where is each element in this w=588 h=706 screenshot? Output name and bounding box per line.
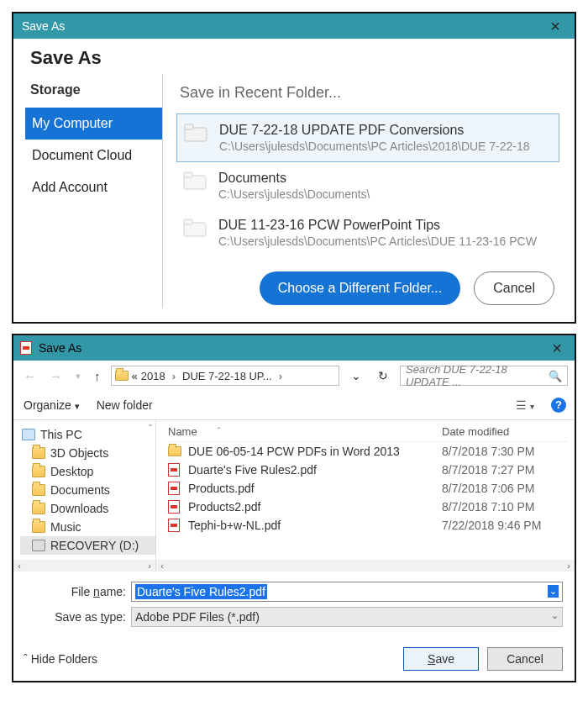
file-row[interactable]: Products2.pdf8/7/2018 7:10 PM (168, 498, 568, 516)
recent-folder-row[interactable]: DUE 11-23-16 PCW PowerPoint Tips C:\User… (176, 209, 559, 256)
window-title: Save As (39, 341, 81, 355)
tree-item-recovery-d[interactable]: RECOVERY (D:) (20, 536, 155, 555)
filename-label: File name: (25, 585, 126, 598)
drive-icon (32, 540, 45, 551)
pdf-icon (168, 463, 183, 477)
organize-menu[interactable]: Organize ▾ (24, 398, 80, 412)
choose-different-folder-button[interactable]: Choose a Different Folder... (260, 271, 460, 305)
cancel-button[interactable]: Cancel (474, 271, 554, 305)
search-placeholder: Search DUE 7-22-18 UPDATE ... (406, 363, 549, 388)
tree-item-this-pc[interactable]: This PC (20, 425, 155, 444)
chevron-down-icon[interactable]: ⌄ (551, 610, 559, 621)
recent-folder-path: C:\Users\julesds\Documents\PC Articles\2… (219, 140, 552, 153)
recent-heading: Save in Recent Folder... (176, 79, 559, 113)
chevron-right-icon[interactable]: › (169, 370, 179, 382)
folder-icon (32, 484, 45, 496)
dialog-heading: Save As (25, 39, 563, 74)
storage-sidebar: Storage My Computer Document Cloud Add A… (25, 74, 163, 308)
window-title: Save As (22, 19, 65, 33)
tree-item-music[interactable]: Music (20, 518, 155, 536)
save-as-type-label: Save as type: (25, 610, 126, 624)
recent-folder-path: C:\Users\julesds\Documents\PC Articles\D… (218, 234, 553, 248)
pdf-app-icon (20, 341, 34, 355)
file-list: Nameˆ Date modified DUE 06-05-14 PCW PDF… (156, 420, 575, 572)
file-date: 7/22/2018 9:46 PM (442, 519, 568, 532)
pdf-icon (168, 500, 183, 514)
file-row[interactable]: Products.pdf8/7/2018 7:06 PM (168, 479, 568, 498)
close-icon[interactable]: × (546, 340, 568, 356)
save-button[interactable]: Save (403, 647, 479, 671)
recent-folder-row[interactable]: Documents C:\Users\julesds\Documents\ (176, 162, 559, 209)
folder-icon (184, 123, 207, 143)
tree-item-downloads[interactable]: Downloads (20, 499, 155, 518)
chevron-right-icon[interactable]: › (276, 370, 286, 382)
pdf-icon (168, 482, 183, 495)
nav-recent-dropdown-icon[interactable]: ▾ (72, 369, 84, 383)
file-date: 8/7/2018 7:27 PM (442, 463, 568, 477)
file-name: Products.pdf (188, 482, 442, 495)
nav-back-icon[interactable]: ← (20, 367, 39, 385)
folder-icon (115, 371, 129, 381)
sidebar-heading: Storage (25, 76, 162, 108)
recent-folder-path: C:\Users\julesds\Documents\ (218, 187, 553, 201)
folder-icon (168, 446, 183, 456)
sidebar-item-my-computer[interactable]: My Computer (25, 108, 162, 140)
pdf-icon (168, 519, 183, 532)
search-input[interactable]: Search DUE 7-22-18 UPDATE ... 🔍 (400, 366, 568, 386)
sort-asc-icon: ˆ (218, 427, 220, 436)
filename-input[interactable]: Duarte's Five Rules2.pdf ⌄ (131, 582, 563, 602)
nav-tree: ˆ This PC 3D Objects Desktop Documents D… (13, 420, 156, 572)
file-date: 8/7/2018 7:06 PM (442, 482, 568, 495)
new-folder-button[interactable]: New folder (97, 398, 153, 412)
file-name: Duarte's Five Rules2.pdf (188, 463, 442, 477)
close-icon[interactable]: × (544, 18, 566, 34)
file-row[interactable]: Duarte's Five Rules2.pdf8/7/2018 7:27 PM (168, 461, 568, 479)
address-bar[interactable]: « 2018 › DUE 7-22-18 UP... › (111, 366, 340, 386)
folder-icon (183, 171, 207, 191)
tree-item-desktop[interactable]: Desktop (20, 462, 155, 481)
folder-icon (183, 218, 207, 238)
address-dropdown-icon[interactable]: ⌄ (346, 369, 366, 382)
recent-folder-name: Documents (218, 171, 553, 186)
tree-item-3d-objects[interactable]: 3D Objects (20, 444, 155, 462)
svg-rect-3 (184, 172, 192, 177)
tree-horizontal-scrollbar[interactable]: ‹› (13, 560, 155, 572)
sidebar-item-add-account[interactable]: Add Account (25, 171, 162, 203)
file-name: Products2.pdf (188, 500, 442, 514)
file-name: Tephi-b+w-NL.pdf (188, 519, 442, 532)
hide-folders-toggle[interactable]: ˆ Hide Folders (24, 652, 97, 666)
breadcrumb-item[interactable]: DUE 7-22-18 UP... (179, 370, 276, 382)
save-as-type-select[interactable]: Adobe PDF Files (*.pdf) ⌄ (131, 607, 563, 627)
chevron-down-icon[interactable]: ⌄ (548, 585, 559, 598)
column-date-header[interactable]: Date modified (442, 425, 568, 438)
svg-rect-1 (185, 124, 193, 129)
view-options-button[interactable]: ☰ ▾ (516, 398, 534, 412)
file-row[interactable]: DUE 06-05-14 PCW PDFs in Word 20138/7/20… (168, 442, 568, 461)
titlebar[interactable]: Save As × (13, 13, 575, 39)
column-name-header[interactable]: Name (168, 425, 197, 438)
cancel-button[interactable]: Cancel (487, 647, 563, 671)
chevron-down-icon: ▾ (75, 401, 80, 411)
breadcrumb-pre: « (132, 370, 138, 382)
folder-icon (32, 466, 45, 477)
chevron-up-icon: ˆ (24, 652, 28, 666)
folder-icon (32, 503, 45, 514)
file-name: DUE 06-05-14 PCW PDFs in Word 2013 (188, 445, 442, 458)
refresh-icon[interactable]: ↻ (373, 369, 393, 382)
nav-forward-icon[interactable]: → (46, 367, 66, 385)
search-icon: 🔍 (549, 370, 562, 382)
recent-folder-row[interactable]: DUE 7-22-18 UPDATE PDF Conversions C:\Us… (176, 113, 559, 162)
recent-folder-name: DUE 11-23-16 PCW PowerPoint Tips (218, 218, 553, 233)
list-horizontal-scrollbar[interactable]: ‹› (156, 560, 575, 572)
nav-up-icon[interactable]: ↑ (91, 367, 104, 385)
tree-item-documents[interactable]: Documents (20, 481, 155, 499)
help-icon[interactable]: ? (551, 398, 566, 413)
chevron-up-icon[interactable]: ˆ (149, 424, 152, 435)
save-as-simple-dialog: Save As × Save As Storage My Computer Do… (12, 12, 576, 324)
file-row[interactable]: Tephi-b+w-NL.pdf7/22/2018 9:46 PM (168, 516, 568, 535)
file-date: 8/7/2018 7:10 PM (442, 500, 568, 514)
breadcrumb-item[interactable]: 2018 (138, 370, 169, 382)
titlebar[interactable]: Save As × (13, 335, 575, 361)
sidebar-item-document-cloud[interactable]: Document Cloud (25, 140, 162, 171)
folder-icon (32, 447, 45, 459)
